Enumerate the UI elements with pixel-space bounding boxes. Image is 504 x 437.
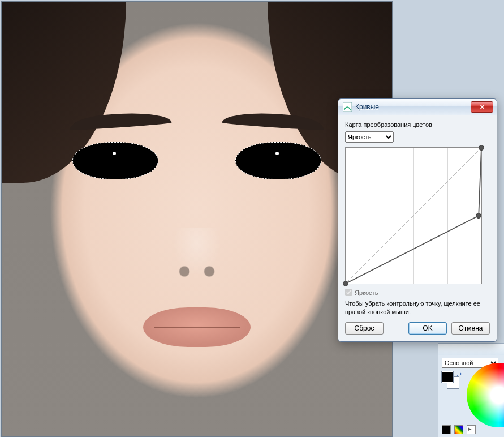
eye-highlight: [275, 152, 279, 155]
palette-more-icon[interactable]: [467, 425, 476, 434]
curve-svg: [346, 148, 481, 284]
curve-control-point[interactable]: [479, 145, 484, 151]
curve-control-point[interactable]: [476, 213, 481, 218]
dialog-body: Карта преобразования цветов Яркость: [338, 115, 497, 341]
reset-button[interactable]: Сброс: [345, 322, 384, 335]
dialog-button-row: Сброс OK Отмена: [345, 322, 490, 335]
image-canvas[interactable]: [1, 1, 393, 437]
palette-black-icon[interactable]: [442, 425, 451, 434]
hint-text: Чтобы убрать контрольную точку, щелкните…: [345, 299, 490, 316]
primary-color-swatch[interactable]: [442, 371, 453, 383]
palette-rainbow-icon[interactable]: [454, 425, 463, 434]
photo-lips: [143, 307, 251, 347]
brightness-checkbox-row[interactable]: Яркость: [345, 289, 490, 296]
close-icon: ✕: [480, 104, 485, 111]
channel-select[interactable]: Яркость: [345, 131, 394, 143]
eye-highlight: [113, 152, 116, 155]
colors-panel-header: [438, 344, 504, 355]
cancel-button[interactable]: Отмена: [451, 322, 490, 335]
curve-editor[interactable]: [345, 147, 482, 284]
dialog-titlebar[interactable]: Кривые ✕: [338, 99, 497, 115]
app-icon: [343, 102, 352, 112]
selection-eye-left[interactable]: [72, 142, 158, 179]
curves-dialog: Кривые ✕ Карта преобразования цветов Ярк…: [338, 98, 497, 342]
photo-face: [2, 2, 392, 436]
brightness-checkbox[interactable]: [345, 289, 352, 296]
workspace: Основной ⇄ Кривые ✕ Карта преобразования…: [0, 0, 504, 437]
close-button[interactable]: ✕: [471, 101, 493, 113]
photo-nose: [166, 228, 228, 279]
colors-panel: Основной ⇄: [438, 343, 504, 437]
selection-eye-right[interactable]: [235, 142, 321, 179]
brightness-checkbox-label: Яркость: [355, 289, 378, 296]
ok-button[interactable]: OK: [408, 322, 447, 335]
curve-control-point[interactable]: [343, 281, 348, 286]
section-label: Карта преобразования цветов: [345, 121, 490, 128]
diagonal-reference: [346, 148, 481, 284]
dialog-title: Кривые: [355, 103, 471, 111]
